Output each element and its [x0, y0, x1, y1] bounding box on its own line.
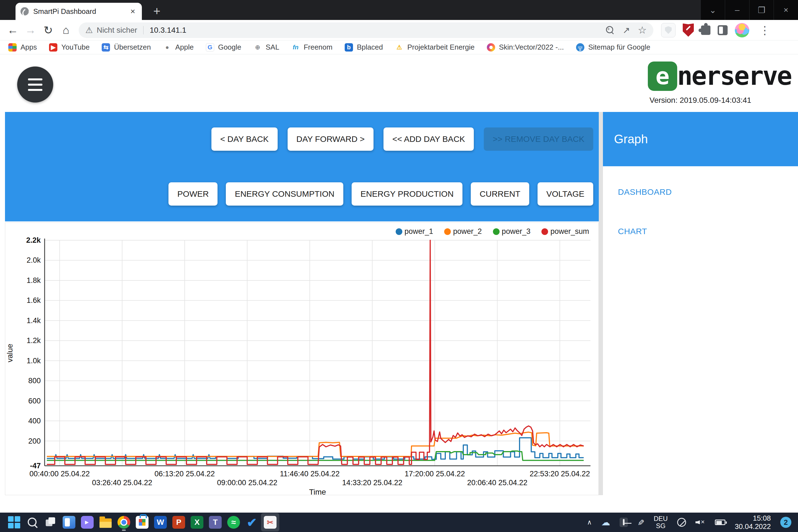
- sidebar-link-dashboard[interactable]: DASHBOARD: [618, 187, 672, 197]
- bookmark-label: YouTube: [61, 43, 90, 52]
- keyboard-layout[interactable]: DEU SG: [654, 515, 668, 530]
- extensions-puzzle-icon[interactable]: [701, 25, 710, 35]
- onedrive-icon[interactable]: ☁: [601, 517, 610, 528]
- tab-close-icon[interactable]: ×: [129, 7, 137, 16]
- bookmarks-bar: Apps▶YouTube⇆Übersetzen●AppleGGoogle⊕SAL…: [0, 40, 798, 54]
- taskbar-excel-icon[interactable]: X: [188, 513, 206, 531]
- muted-speaker-icon[interactable]: [696, 518, 705, 526]
- security-label[interactable]: Nicht sicher: [97, 26, 137, 35]
- pen-icon[interactable]: ✎: [636, 519, 646, 526]
- remove-day-back-button[interactable]: >> REMOVE DAY BACK: [484, 128, 593, 151]
- reload-icon[interactable]: ↻: [39, 24, 57, 37]
- power-button[interactable]: POWER: [169, 182, 217, 206]
- taskbar-store-icon[interactable]: [133, 513, 151, 531]
- logo-e-tile: e: [648, 61, 677, 91]
- add-day-back-button[interactable]: << ADD DAY BACK: [383, 128, 474, 151]
- bookmark-sal[interactable]: ⊕SAL: [253, 43, 279, 52]
- energy-consumption-button[interactable]: ENERGY CONSUMPTION: [226, 182, 343, 206]
- bookmark-apps[interactable]: Apps: [8, 43, 37, 52]
- address-divider: [143, 26, 144, 34]
- bookmark-star-icon[interactable]: ☆: [638, 24, 647, 36]
- taskbar-widgets-icon[interactable]: [60, 513, 78, 531]
- taskbar-explorer-icon[interactable]: [96, 513, 115, 531]
- minimize-icon[interactable]: –: [725, 0, 749, 20]
- bookmark-google[interactable]: GGoogle: [206, 43, 241, 52]
- touchpad-icon: [623, 519, 625, 525]
- legend-item-power_2[interactable]: power_2: [444, 227, 482, 236]
- taskbar-spotify-icon[interactable]: ≈: [225, 513, 243, 531]
- new-tab-button[interactable]: +: [150, 4, 164, 19]
- bookmark-uebersetzen[interactable]: ⇆Übersetzen: [102, 43, 151, 52]
- back-icon[interactable]: ←: [4, 24, 22, 36]
- warning-triangle-icon: ⚠: [395, 43, 403, 52]
- day-back-button[interactable]: < DAY BACK: [211, 128, 278, 151]
- power-line-chart[interactable]: 2.2k2.0k1.8k1.6k1.4k1.2k1.0k800600400200…: [5, 223, 598, 495]
- bookmark-projektarbeit[interactable]: ⚠Projektarbeit Energie: [395, 43, 475, 52]
- voltage-button[interactable]: VOLTAGE: [537, 182, 593, 206]
- browser-menu-icon[interactable]: ⋮: [757, 25, 773, 36]
- bookmark-sitemap[interactable]: ╦Sitemap für Google: [576, 43, 650, 52]
- energy-production-button[interactable]: ENERGY PRODUCTION: [352, 182, 462, 206]
- legend-item-power_1[interactable]: power_1: [396, 227, 433, 236]
- webadvisor-shield-icon[interactable]: [683, 23, 694, 37]
- home-icon[interactable]: ⌂: [57, 24, 75, 36]
- bookmark-bplaced[interactable]: bBplaced: [345, 43, 383, 52]
- share-icon[interactable]: ↗: [623, 25, 630, 36]
- profile-avatar[interactable]: [735, 23, 749, 37]
- address-bar[interactable]: ⚠ Nicht sicher 10.3.141.1 + ↗ ☆: [79, 22, 653, 38]
- hamburger-menu-button[interactable]: [17, 66, 53, 102]
- svg-text:1.0k: 1.0k: [26, 357, 41, 365]
- taskbar-powerpoint-icon[interactable]: P: [170, 513, 188, 531]
- bookmark-label: Freenom: [304, 43, 332, 52]
- legend-marker-icon: [444, 228, 451, 235]
- bookmark-apple[interactable]: ●Apple: [163, 43, 194, 52]
- taskbar-chat-icon[interactable]: [78, 513, 96, 531]
- legend-marker-icon: [542, 228, 548, 235]
- legend-item-power_sum[interactable]: power_sum: [542, 227, 589, 236]
- taskbar-chrome-icon[interactable]: [115, 513, 133, 531]
- taskbar-todo-icon[interactable]: ✔: [243, 513, 261, 531]
- day-forward-button[interactable]: DAY FORWARD >: [288, 128, 374, 151]
- touch-keyboard-button[interactable]: [620, 518, 628, 527]
- svg-text:value: value: [5, 344, 14, 362]
- bookmark-freenom[interactable]: fnFreenom: [291, 43, 332, 52]
- active-app-dot: [122, 530, 126, 531]
- no-internet-globe-icon[interactable]: [677, 518, 686, 527]
- bookmark-youtube[interactable]: ▶YouTube: [49, 43, 90, 52]
- taskbar-word-icon[interactable]: W: [151, 513, 170, 531]
- taskbar-snipping-icon[interactable]: ✂: [261, 513, 279, 531]
- sidepanel-icon[interactable]: [718, 25, 728, 35]
- sidebar-link-chart[interactable]: CHART: [618, 227, 647, 236]
- tab-search-chevron-icon[interactable]: ⌄: [701, 0, 725, 20]
- close-icon[interactable]: ×: [774, 0, 798, 20]
- clock-date[interactable]: 15:08 30.04.2022: [735, 514, 771, 531]
- lang-top: DEU: [654, 515, 668, 522]
- zoom-magnifier-icon[interactable]: +: [606, 26, 614, 34]
- battery-icon[interactable]: [715, 519, 725, 525]
- logo-wordmark: nerserve: [677, 61, 791, 91]
- bookmark-skin-vector[interactable]: Skin:Vector/2022 -...: [487, 43, 564, 52]
- forward-icon[interactable]: →: [22, 24, 39, 36]
- svg-text:09:00:00 25.04.22: 09:00:00 25.04.22: [217, 478, 277, 487]
- notification-badge[interactable]: 2: [780, 517, 791, 528]
- taskbar-taskview-icon[interactable]: [41, 513, 60, 531]
- legend-item-power_3[interactable]: power_3: [493, 227, 531, 236]
- svg-text:20:06:40 25.04.22: 20:06:40 25.04.22: [467, 478, 528, 487]
- url-text[interactable]: 10.3.141.1: [150, 26, 606, 35]
- tab-title: SmartPi Dashboard: [33, 7, 124, 16]
- translate-icon: ⇆: [102, 43, 110, 52]
- tray-chevron-icon[interactable]: ∧: [587, 518, 592, 526]
- restore-icon[interactable]: ❐: [749, 0, 774, 20]
- browser-tab[interactable]: SmartPi Dashboard ×: [16, 3, 142, 20]
- sidebar-title: Graph: [614, 132, 648, 146]
- taskbar-start-icon[interactable]: [5, 513, 23, 531]
- svg-text:800: 800: [28, 377, 41, 385]
- taskbar-search-icon[interactable]: [23, 513, 41, 531]
- extension-cluster: ⋮: [661, 23, 773, 37]
- svg-text:Time: Time: [309, 488, 326, 495]
- shield-extension-icon[interactable]: [661, 23, 676, 37]
- bplaced-b-icon: b: [345, 43, 353, 52]
- taskbar-teams-icon[interactable]: T: [206, 513, 225, 531]
- current-button[interactable]: CURRENT: [471, 182, 529, 206]
- svg-text:00:40:00 25.04.22: 00:40:00 25.04.22: [30, 470, 90, 478]
